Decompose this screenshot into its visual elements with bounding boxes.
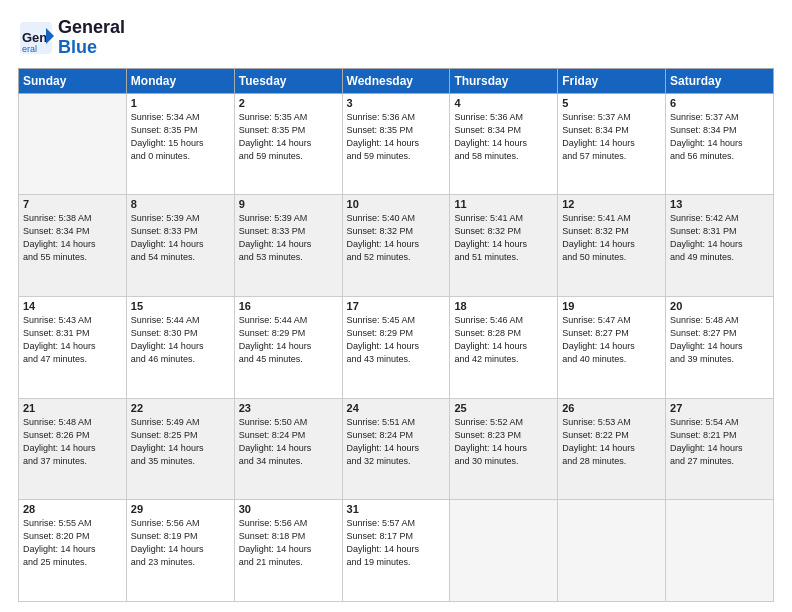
cell-info: Sunrise: 5:56 AM Sunset: 8:18 PM Dayligh… — [239, 517, 338, 569]
cell-info: Sunrise: 5:41 AM Sunset: 8:32 PM Dayligh… — [454, 212, 553, 264]
weekday-header-saturday: Saturday — [666, 68, 774, 93]
calendar-cell: 17Sunrise: 5:45 AM Sunset: 8:29 PM Dayli… — [342, 296, 450, 398]
calendar-cell: 18Sunrise: 5:46 AM Sunset: 8:28 PM Dayli… — [450, 296, 558, 398]
day-number: 16 — [239, 300, 338, 312]
calendar-cell: 5Sunrise: 5:37 AM Sunset: 8:34 PM Daylig… — [558, 93, 666, 195]
cell-info: Sunrise: 5:48 AM Sunset: 8:27 PM Dayligh… — [670, 314, 769, 366]
svg-text:eral: eral — [22, 44, 37, 54]
cell-info: Sunrise: 5:39 AM Sunset: 8:33 PM Dayligh… — [131, 212, 230, 264]
cell-info: Sunrise: 5:37 AM Sunset: 8:34 PM Dayligh… — [562, 111, 661, 163]
day-number: 23 — [239, 402, 338, 414]
calendar-cell: 25Sunrise: 5:52 AM Sunset: 8:23 PM Dayli… — [450, 398, 558, 500]
cell-info: Sunrise: 5:50 AM Sunset: 8:24 PM Dayligh… — [239, 416, 338, 468]
week-row-2: 7Sunrise: 5:38 AM Sunset: 8:34 PM Daylig… — [19, 195, 774, 297]
cell-info: Sunrise: 5:34 AM Sunset: 8:35 PM Dayligh… — [131, 111, 230, 163]
calendar-cell: 15Sunrise: 5:44 AM Sunset: 8:30 PM Dayli… — [126, 296, 234, 398]
calendar-cell: 19Sunrise: 5:47 AM Sunset: 8:27 PM Dayli… — [558, 296, 666, 398]
day-number: 2 — [239, 97, 338, 109]
calendar-cell — [558, 500, 666, 602]
day-number: 29 — [131, 503, 230, 515]
day-number: 22 — [131, 402, 230, 414]
cell-info: Sunrise: 5:48 AM Sunset: 8:26 PM Dayligh… — [23, 416, 122, 468]
weekday-header-row: SundayMondayTuesdayWednesdayThursdayFrid… — [19, 68, 774, 93]
cell-info: Sunrise: 5:52 AM Sunset: 8:23 PM Dayligh… — [454, 416, 553, 468]
calendar-cell: 29Sunrise: 5:56 AM Sunset: 8:19 PM Dayli… — [126, 500, 234, 602]
cell-info: Sunrise: 5:55 AM Sunset: 8:20 PM Dayligh… — [23, 517, 122, 569]
cell-info: Sunrise: 5:51 AM Sunset: 8:24 PM Dayligh… — [347, 416, 446, 468]
calendar-cell: 4Sunrise: 5:36 AM Sunset: 8:34 PM Daylig… — [450, 93, 558, 195]
week-row-4: 21Sunrise: 5:48 AM Sunset: 8:26 PM Dayli… — [19, 398, 774, 500]
calendar-cell: 7Sunrise: 5:38 AM Sunset: 8:34 PM Daylig… — [19, 195, 127, 297]
day-number: 4 — [454, 97, 553, 109]
calendar-cell: 26Sunrise: 5:53 AM Sunset: 8:22 PM Dayli… — [558, 398, 666, 500]
day-number: 17 — [347, 300, 446, 312]
day-number: 31 — [347, 503, 446, 515]
day-number: 3 — [347, 97, 446, 109]
day-number: 30 — [239, 503, 338, 515]
calendar-cell: 8Sunrise: 5:39 AM Sunset: 8:33 PM Daylig… — [126, 195, 234, 297]
calendar-cell: 28Sunrise: 5:55 AM Sunset: 8:20 PM Dayli… — [19, 500, 127, 602]
day-number: 12 — [562, 198, 661, 210]
logo: Gen eral General Blue — [18, 18, 125, 58]
day-number: 14 — [23, 300, 122, 312]
week-row-1: 1Sunrise: 5:34 AM Sunset: 8:35 PM Daylig… — [19, 93, 774, 195]
calendar-cell: 16Sunrise: 5:44 AM Sunset: 8:29 PM Dayli… — [234, 296, 342, 398]
calendar-cell: 20Sunrise: 5:48 AM Sunset: 8:27 PM Dayli… — [666, 296, 774, 398]
calendar-cell: 30Sunrise: 5:56 AM Sunset: 8:18 PM Dayli… — [234, 500, 342, 602]
calendar-cell: 22Sunrise: 5:49 AM Sunset: 8:25 PM Dayli… — [126, 398, 234, 500]
calendar-cell: 23Sunrise: 5:50 AM Sunset: 8:24 PM Dayli… — [234, 398, 342, 500]
day-number: 19 — [562, 300, 661, 312]
day-number: 27 — [670, 402, 769, 414]
cell-info: Sunrise: 5:45 AM Sunset: 8:29 PM Dayligh… — [347, 314, 446, 366]
calendar-cell — [666, 500, 774, 602]
calendar-cell: 11Sunrise: 5:41 AM Sunset: 8:32 PM Dayli… — [450, 195, 558, 297]
day-number: 11 — [454, 198, 553, 210]
weekday-header-wednesday: Wednesday — [342, 68, 450, 93]
calendar-table: SundayMondayTuesdayWednesdayThursdayFrid… — [18, 68, 774, 602]
cell-info: Sunrise: 5:37 AM Sunset: 8:34 PM Dayligh… — [670, 111, 769, 163]
weekday-header-sunday: Sunday — [19, 68, 127, 93]
cell-info: Sunrise: 5:44 AM Sunset: 8:30 PM Dayligh… — [131, 314, 230, 366]
calendar-cell: 12Sunrise: 5:41 AM Sunset: 8:32 PM Dayli… — [558, 195, 666, 297]
week-row-3: 14Sunrise: 5:43 AM Sunset: 8:31 PM Dayli… — [19, 296, 774, 398]
day-number: 6 — [670, 97, 769, 109]
calendar-cell: 24Sunrise: 5:51 AM Sunset: 8:24 PM Dayli… — [342, 398, 450, 500]
page: Gen eral General Blue SundayMondayTuesda… — [0, 0, 792, 612]
week-row-5: 28Sunrise: 5:55 AM Sunset: 8:20 PM Dayli… — [19, 500, 774, 602]
weekday-header-tuesday: Tuesday — [234, 68, 342, 93]
calendar-cell: 14Sunrise: 5:43 AM Sunset: 8:31 PM Dayli… — [19, 296, 127, 398]
header: Gen eral General Blue — [18, 18, 774, 58]
cell-info: Sunrise: 5:57 AM Sunset: 8:17 PM Dayligh… — [347, 517, 446, 569]
cell-info: Sunrise: 5:46 AM Sunset: 8:28 PM Dayligh… — [454, 314, 553, 366]
calendar-cell: 10Sunrise: 5:40 AM Sunset: 8:32 PM Dayli… — [342, 195, 450, 297]
calendar-cell: 21Sunrise: 5:48 AM Sunset: 8:26 PM Dayli… — [19, 398, 127, 500]
day-number: 10 — [347, 198, 446, 210]
cell-info: Sunrise: 5:53 AM Sunset: 8:22 PM Dayligh… — [562, 416, 661, 468]
day-number: 13 — [670, 198, 769, 210]
day-number: 24 — [347, 402, 446, 414]
day-number: 18 — [454, 300, 553, 312]
cell-info: Sunrise: 5:54 AM Sunset: 8:21 PM Dayligh… — [670, 416, 769, 468]
calendar-cell: 13Sunrise: 5:42 AM Sunset: 8:31 PM Dayli… — [666, 195, 774, 297]
day-number: 28 — [23, 503, 122, 515]
calendar-cell: 3Sunrise: 5:36 AM Sunset: 8:35 PM Daylig… — [342, 93, 450, 195]
day-number: 15 — [131, 300, 230, 312]
calendar-cell — [450, 500, 558, 602]
cell-info: Sunrise: 5:43 AM Sunset: 8:31 PM Dayligh… — [23, 314, 122, 366]
calendar-cell: 1Sunrise: 5:34 AM Sunset: 8:35 PM Daylig… — [126, 93, 234, 195]
calendar-cell: 31Sunrise: 5:57 AM Sunset: 8:17 PM Dayli… — [342, 500, 450, 602]
cell-info: Sunrise: 5:39 AM Sunset: 8:33 PM Dayligh… — [239, 212, 338, 264]
calendar-cell: 9Sunrise: 5:39 AM Sunset: 8:33 PM Daylig… — [234, 195, 342, 297]
day-number: 20 — [670, 300, 769, 312]
logo-icon: Gen eral — [18, 20, 54, 56]
cell-info: Sunrise: 5:38 AM Sunset: 8:34 PM Dayligh… — [23, 212, 122, 264]
day-number: 25 — [454, 402, 553, 414]
cell-info: Sunrise: 5:47 AM Sunset: 8:27 PM Dayligh… — [562, 314, 661, 366]
cell-info: Sunrise: 5:42 AM Sunset: 8:31 PM Dayligh… — [670, 212, 769, 264]
cell-info: Sunrise: 5:40 AM Sunset: 8:32 PM Dayligh… — [347, 212, 446, 264]
calendar-cell — [19, 93, 127, 195]
cell-info: Sunrise: 5:56 AM Sunset: 8:19 PM Dayligh… — [131, 517, 230, 569]
calendar-cell: 2Sunrise: 5:35 AM Sunset: 8:35 PM Daylig… — [234, 93, 342, 195]
day-number: 26 — [562, 402, 661, 414]
logo-text: General Blue — [58, 18, 125, 58]
